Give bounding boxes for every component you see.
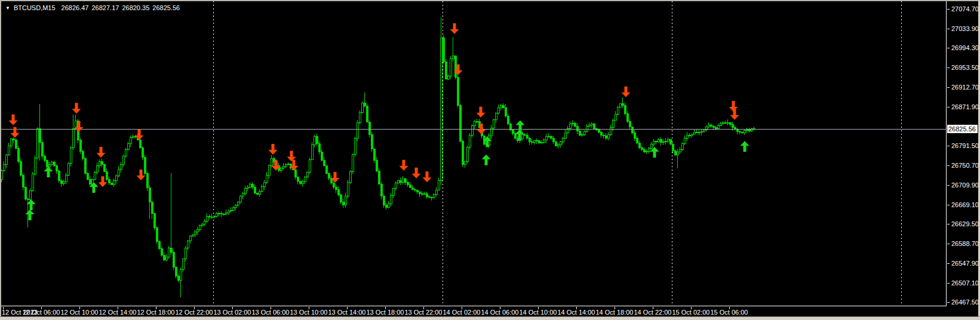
- candle-body: [600, 133, 602, 135]
- price-axis-tick: [947, 9, 950, 10]
- candle-body: [545, 137, 547, 140]
- candle-body: [509, 124, 511, 130]
- candle-body: [263, 182, 265, 187]
- candle-body: [435, 190, 437, 195]
- candle-body: [46, 161, 48, 167]
- candle-body: [146, 174, 148, 188]
- candle-body: [325, 166, 327, 173]
- candle-body: [175, 267, 177, 276]
- candle-body: [125, 149, 127, 156]
- sell-signal-arrow-icon: [269, 144, 278, 155]
- candle-body: [103, 164, 105, 171]
- candle-body: [607, 134, 609, 138]
- candle-body: [285, 165, 287, 167]
- candle-body: [660, 140, 662, 143]
- candle-body: [684, 138, 686, 143]
- candle-body: [746, 130, 748, 131]
- candle-body: [672, 144, 674, 150]
- price-axis-tick: [947, 107, 950, 107]
- candle-body: [70, 148, 72, 164]
- candle-body: [106, 171, 107, 179]
- candle-body: [751, 128, 752, 131]
- time-axis-label: 12 Oct 18:00: [137, 309, 175, 316]
- candle-body: [576, 126, 578, 131]
- sell-signal-arrow-icon: [97, 147, 106, 158]
- candle-body: [748, 130, 750, 131]
- candle-body: [526, 136, 528, 139]
- candle-body: [555, 141, 557, 146]
- candle-body: [727, 122, 729, 123]
- candle-body: [454, 56, 456, 78]
- candle-body: [717, 125, 719, 128]
- candle-body: [581, 135, 583, 136]
- time-axis-label: 13 Oct 02:00: [214, 309, 251, 316]
- time-axis-label: 13 Oct 18:00: [367, 309, 404, 316]
- candle-body: [187, 241, 189, 248]
- candle-body: [610, 128, 612, 134]
- candle-body: [495, 113, 497, 119]
- price-axis-label: 26994.30: [951, 44, 979, 52]
- candle-body: [237, 202, 239, 205]
- candle-body: [729, 123, 731, 125]
- candle-body: [433, 195, 435, 198]
- candle-body: [476, 121, 478, 122]
- symbol-dropdown-icon[interactable]: ▼: [5, 5, 10, 11]
- candle-body: [48, 165, 50, 167]
- candle-body: [643, 150, 645, 152]
- price-axis-label: 27033.90: [951, 25, 979, 33]
- price-axis-label: 26953.50: [951, 64, 979, 72]
- candle-body: [153, 214, 155, 227]
- candle-body: [177, 276, 179, 280]
- window-border-top: [0, 0, 980, 1]
- candle-body: [192, 235, 193, 236]
- chart-canvas[interactable]: ▼BTCUSD,M1526826.4726827.1726820.3526825…: [1, 1, 947, 306]
- candle-body: [409, 184, 411, 187]
- candle-body: [426, 193, 428, 196]
- buy-signal-arrow-icon: [482, 155, 491, 165]
- candle-body: [13, 139, 14, 140]
- time-axis-label: 14 Oct 10:00: [520, 309, 557, 316]
- candle-body: [536, 140, 537, 141]
- price-axis-tick: [947, 87, 950, 88]
- price-axis-tick: [947, 263, 950, 264]
- time-axis[interactable]: 12 Oct 202312 Oct 06:0012 Oct 10:0012 Oc…: [1, 307, 947, 316]
- ohlc-open: 26826.47: [62, 4, 89, 11]
- candle-body: [158, 242, 160, 249]
- price-axis[interactable]: 26825.56 27074.7027033.9026994.3026953.5…: [947, 0, 978, 316]
- candle-body: [569, 124, 571, 129]
- price-axis-label: 27074.70: [951, 5, 979, 13]
- candle-body: [744, 130, 745, 133]
- candle-body: [29, 190, 31, 199]
- buy-signal-arrow-icon: [26, 210, 35, 220]
- candle-body: [388, 204, 389, 208]
- candle-body: [564, 133, 566, 139]
- candle-body: [681, 143, 683, 149]
- candle-body: [689, 136, 690, 136]
- price-axis-tick: [947, 205, 950, 205]
- price-axis-label: 26709.90: [951, 181, 979, 189]
- candle-body: [208, 216, 210, 217]
- candle-body: [691, 134, 693, 136]
- candle-body: [149, 188, 150, 202]
- candle-body: [626, 113, 628, 121]
- candle-body: [452, 56, 454, 59]
- candle-body: [333, 183, 334, 187]
- chart-plot[interactable]: [1, 1, 947, 306]
- candle-body: [108, 179, 110, 183]
- candle-body: [294, 170, 296, 177]
- candle-body: [655, 141, 657, 142]
- candle-body: [354, 139, 356, 155]
- candle-body: [497, 107, 499, 113]
- candle-body: [598, 130, 600, 133]
- candle-body: [419, 192, 420, 194]
- candle-body: [259, 192, 260, 195]
- candle-body: [182, 259, 184, 270]
- candle-body: [734, 128, 736, 130]
- candle-body: [34, 158, 36, 174]
- candle-body: [225, 213, 227, 214]
- candle-body: [708, 125, 709, 127]
- candle-body: [189, 236, 191, 241]
- candle-body: [349, 172, 351, 183]
- candle-body: [440, 38, 442, 181]
- candle-body: [110, 183, 112, 185]
